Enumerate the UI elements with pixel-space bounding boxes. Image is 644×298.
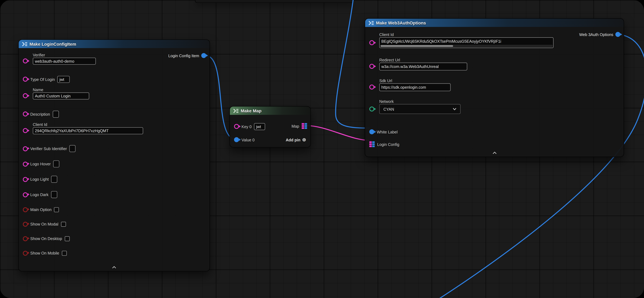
pin-row-white-label: White Label <box>365 126 624 137</box>
chevron-up-icon <box>112 266 116 268</box>
pin-key0[interactable] <box>234 124 239 129</box>
show-on-desktop-checkbox[interactable] <box>64 236 70 241</box>
pin-row-logo-light: Logo Light <box>19 172 210 187</box>
pin-label: Show On Mobile <box>30 251 59 255</box>
logo-dark-input[interactable] <box>51 191 57 198</box>
pin-row-show-on-desktop: Show On Desktop <box>19 231 210 246</box>
pin-description[interactable] <box>23 112 28 116</box>
collapse-chevron-button[interactable] <box>109 265 120 270</box>
pin-type-of-login[interactable] <box>23 77 28 82</box>
pin-map-output[interactable] <box>302 123 307 129</box>
pin-client-id[interactable] <box>23 128 28 133</box>
pin-verifier-sub-identifier[interactable] <box>23 146 28 151</box>
type-of-login-input[interactable] <box>57 76 70 82</box>
client-id-input[interactable] <box>380 38 553 44</box>
logo-hover-input[interactable] <box>53 160 60 168</box>
add-pin-button[interactable]: Add pin ⊕ <box>286 137 306 142</box>
collapse-chevron-button[interactable] <box>489 150 500 156</box>
pin-login-config[interactable] <box>370 141 375 147</box>
make-struct-icon <box>22 42 28 46</box>
name-input[interactable] <box>33 92 89 100</box>
pin-show-on-mobile[interactable] <box>23 250 28 256</box>
blueprint-graph-canvas[interactable]: Make LoginConfigItem Login Config Item V… <box>0 0 644 298</box>
field-scrollbar[interactable] <box>380 45 553 47</box>
pin-logo-hover[interactable] <box>23 162 28 166</box>
verifier-sub-identifier-input[interactable] <box>69 145 76 152</box>
pin-label: Description <box>30 112 50 116</box>
wire-map-to-login-config[interactable] <box>306 126 372 140</box>
node-make-loginconfigitem[interactable]: Make LoginConfigItem Login Config Item V… <box>18 40 210 272</box>
node-header-make-map[interactable]: Make Map <box>230 106 310 115</box>
main-option-checkbox[interactable] <box>54 207 59 212</box>
pin-row-logo-dark: Logo Dark <box>19 187 210 202</box>
pin-verifier[interactable] <box>23 58 28 64</box>
pin-label: Client Id <box>379 32 620 38</box>
pin-logo-dark[interactable] <box>23 192 28 197</box>
pin-label: Verifier <box>33 52 206 58</box>
pin-client-id[interactable] <box>370 40 374 45</box>
pin-row-verifier: Verifier <box>19 52 210 71</box>
pin-label: Logo Dark <box>30 192 48 197</box>
pin-row-logo-hover: Logo Hover <box>19 156 210 172</box>
show-on-mobile-checkbox[interactable] <box>62 250 67 256</box>
pin-redirect-url[interactable] <box>370 64 374 69</box>
pin-label: Name <box>33 87 206 92</box>
pin-label: Client Id <box>33 122 206 127</box>
node-title: Make LoginConfigItem <box>30 42 76 46</box>
offscreen-node-edge <box>195 0 354 3</box>
pin-label: Map <box>292 124 299 128</box>
make-map-icon <box>233 108 238 113</box>
pin-label: Logo Light <box>30 177 49 182</box>
redirect-url-input[interactable] <box>379 63 467 70</box>
node-title: Make Map <box>241 108 262 113</box>
add-pin-plus-icon: ⊕ <box>302 137 306 142</box>
pin-row-name: Name <box>19 87 210 106</box>
node-title: Make Web3AuthOptions <box>376 20 426 25</box>
pin-label: Key 0 <box>242 124 252 128</box>
pin-label: Show On Desktop <box>30 236 62 241</box>
pin-show-on-desktop[interactable] <box>23 236 28 241</box>
network-dropdown-value: CYAN <box>384 107 394 111</box>
blueprint-editor-screenshot: Make LoginConfigItem Login Config Item V… <box>0 0 644 298</box>
pin-sdk-url[interactable] <box>370 84 374 90</box>
pin-logo-light[interactable] <box>23 177 28 182</box>
pin-value0[interactable] <box>234 137 239 142</box>
pin-label: Login Config <box>377 142 399 146</box>
logo-light-input[interactable] <box>51 176 57 183</box>
client-id-field[interactable] <box>379 37 554 48</box>
make-struct-icon <box>368 20 374 25</box>
show-on-modal-checkbox[interactable] <box>61 222 66 226</box>
sdk-url-input[interactable] <box>379 84 450 91</box>
pin-row-main-option: Main Option <box>19 202 210 217</box>
pin-row-login-config: Login Config <box>365 139 624 150</box>
pin-row-verifier-sub-identifier: Verifier Sub Identifier <box>19 141 210 156</box>
pin-label: White Label <box>377 130 398 134</box>
verifier-input[interactable] <box>33 58 96 65</box>
pin-name[interactable] <box>23 93 28 98</box>
pin-label: Type Of Login <box>30 77 55 81</box>
pin-row-show-on-mobile: Show On Mobile <box>19 246 210 260</box>
pin-show-on-modal[interactable] <box>23 222 28 226</box>
network-dropdown[interactable]: CYAN <box>379 104 460 114</box>
node-header-make-web3authoptions[interactable]: Make Web3AuthOptions <box>365 19 624 27</box>
node-header-make-loginconfigitem[interactable]: Make LoginConfigItem <box>19 40 210 48</box>
pin-row-client-id: Client Id <box>19 122 210 141</box>
pin-label: Main Option <box>30 207 52 212</box>
pin-white-label[interactable] <box>370 129 374 134</box>
pin-row-client-id: Client Id <box>365 32 624 57</box>
chevron-up-icon <box>492 152 496 154</box>
pin-label: Verifier Sub Identifier <box>30 146 67 151</box>
pin-main-option[interactable] <box>23 207 28 212</box>
scrollbar-thumb[interactable] <box>380 45 453 47</box>
node-make-map[interactable]: Make Map Key 0 Value 0 Map Add pin ⊕ <box>230 106 311 148</box>
pin-label: Redirect Url <box>379 57 620 63</box>
pin-network[interactable] <box>370 106 374 112</box>
node-body: Client Id Redirect Url Sdk Url <box>365 27 624 150</box>
chevron-down-icon <box>453 108 456 110</box>
node-make-web3authoptions[interactable]: Make Web3AuthOptions Web 3Auth Options C… <box>365 18 624 157</box>
description-input[interactable] <box>52 110 59 118</box>
client-id-input[interactable] <box>33 127 143 134</box>
pin-label: Logo Hover <box>30 162 51 166</box>
key0-input[interactable] <box>254 123 265 130</box>
pin-row-sdk-url: Sdk Url <box>365 78 624 99</box>
